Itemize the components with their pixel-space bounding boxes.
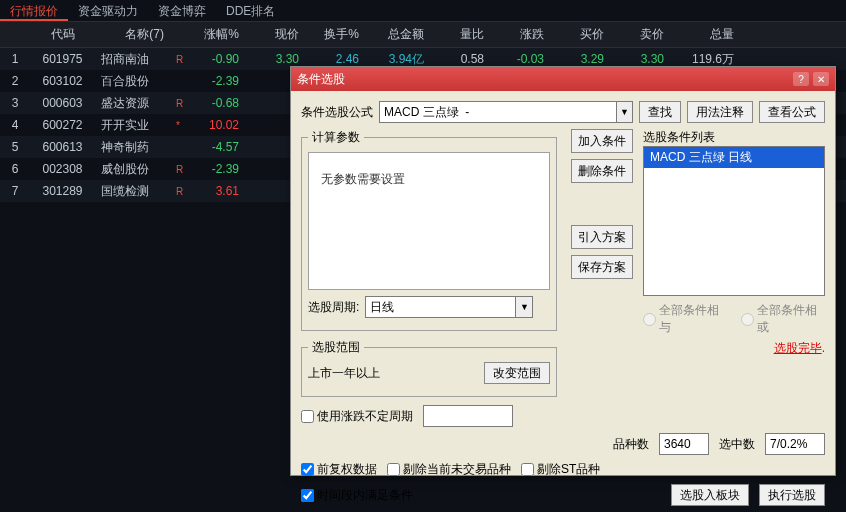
formula-combo[interactable]: ▼ [379,101,633,123]
change-range-button[interactable]: 改变范围 [484,362,550,384]
param-group: 计算参数 无参数需要设置 选股周期: ▼ [301,129,557,331]
formula-label: 条件选股公式 [301,104,373,121]
formula-input[interactable] [379,101,616,123]
dialog-title: 条件选股 [297,71,345,88]
chk-time-range[interactable]: 时间段内满足条件 [301,487,413,504]
th-code[interactable]: 代码 [30,26,95,43]
condition-dialog: 条件选股 ? ✕ 条件选股公式 ▼ 查找 用法注释 查看公式 计算参数 无参数需… [290,66,836,476]
th-buy[interactable]: 买价 [550,26,610,43]
import-plan-button[interactable]: 引入方案 [571,225,633,249]
delete-condition-button[interactable]: 删除条件 [571,159,633,183]
chk-exclude-st[interactable]: 剔除ST品种 [521,461,600,478]
view-formula-button[interactable]: 查看公式 [759,101,825,123]
execute-button[interactable]: 执行选股 [759,484,825,506]
tab-bar: 行情报价 资金驱动力 资金博弈 DDE排名 [0,0,846,22]
th-sell[interactable]: 卖价 [610,26,670,43]
range-text: 上市一年以上 [308,365,380,382]
th-chg[interactable]: 涨幅% [185,26,245,43]
range-group: 选股范围 上市一年以上 改变范围 [301,339,557,397]
th-amount[interactable]: 总金额 [365,26,430,43]
cond-list-label: 选股条件列表 [643,129,825,146]
param-box: 无参数需要设置 [308,152,550,290]
radio-and[interactable]: 全部条件相与 [643,302,727,336]
th-price[interactable]: 现价 [245,26,305,43]
tab-fund-drive[interactable]: 资金驱动力 [68,0,148,21]
list-item[interactable]: MACD 三点绿 日线 [644,147,824,168]
range-legend: 选股范围 [308,339,364,356]
add-condition-button[interactable]: 加入条件 [571,129,633,153]
count-label: 品种数 [613,436,649,453]
tab-dde[interactable]: DDE排名 [216,0,285,21]
tab-fund-game[interactable]: 资金博弈 [148,0,216,21]
param-legend: 计算参数 [308,129,364,146]
close-icon[interactable]: ✕ [813,72,829,86]
table-header: 代码 名称(7) 涨幅% 现价 换手% 总金额 量比 涨跌 买价 卖价 总量 [0,22,846,48]
radio-or[interactable]: 全部条件相或 [741,302,825,336]
count-value [659,433,709,455]
tab-quote[interactable]: 行情报价 [0,0,68,21]
th-name[interactable]: 名称(7) [95,26,170,43]
condition-listbox[interactable]: MACD 三点绿 日线 [643,146,825,296]
th-volratio[interactable]: 量比 [430,26,490,43]
th-volume[interactable]: 总量 [670,26,740,43]
chevron-down-icon[interactable]: ▼ [616,101,633,123]
add-to-sector-button[interactable]: 选股入板块 [671,484,749,506]
selected-value [765,433,825,455]
dialog-titlebar[interactable]: 条件选股 ? ✕ [291,67,835,91]
chk-adjusted[interactable]: 前复权数据 [301,461,377,478]
selected-label: 选中数 [719,436,755,453]
th-turnover[interactable]: 换手% [305,26,365,43]
period-combo[interactable]: ▼ [365,296,533,318]
period-input[interactable] [365,296,515,318]
usage-button[interactable]: 用法注释 [687,101,753,123]
find-button[interactable]: 查找 [639,101,681,123]
save-plan-button[interactable]: 保存方案 [571,255,633,279]
chk-var-period[interactable]: 使用涨跌不定周期 [301,408,413,425]
chevron-down-icon[interactable]: ▼ [515,296,533,318]
var-period-input[interactable] [423,405,513,427]
chk-exclude-notrade[interactable]: 剔除当前未交易品种 [387,461,511,478]
th-diff[interactable]: 涨跌 [490,26,550,43]
period-label: 选股周期: [308,299,359,316]
help-icon[interactable]: ? [793,72,809,86]
status-text[interactable]: 选股完毕 [774,341,822,355]
